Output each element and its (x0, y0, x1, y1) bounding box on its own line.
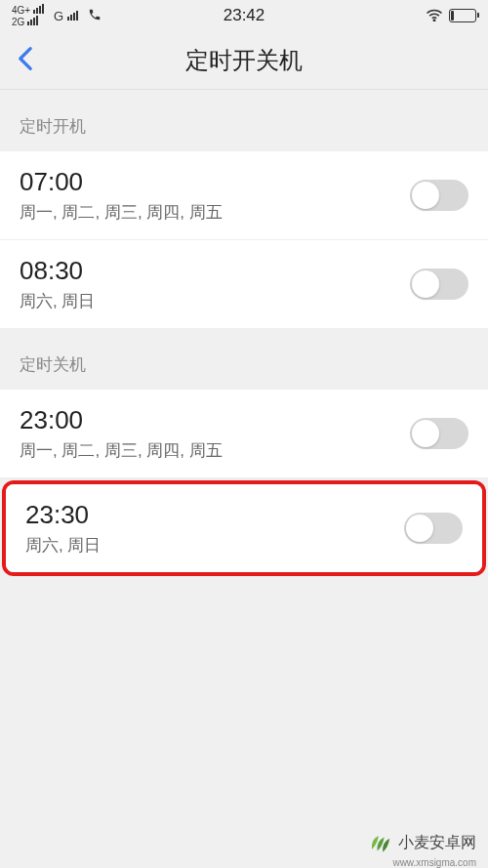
status-bar: 4G+ 2G G 23:42 (0, 0, 488, 31)
status-left: 4G+ 2G G (12, 4, 102, 27)
schedule-time: 07:00 (20, 167, 223, 197)
schedule-days: 周六, 周日 (20, 290, 95, 312)
schedule-row-poweroff-1[interactable]: 23:30 周六, 周日 (6, 484, 482, 572)
toggle-switch[interactable] (410, 418, 468, 449)
phone-icon (88, 8, 102, 24)
toggle-switch[interactable] (404, 513, 463, 544)
toggle-switch[interactable] (410, 180, 468, 211)
schedule-days: 周一, 周二, 周三, 周四, 周五 (20, 439, 223, 462)
section-header-poweroff: 定时关机 (0, 328, 488, 390)
section-header-poweron: 定时开机 (0, 90, 488, 151)
schedule-row-poweron-0[interactable]: 07:00 周一, 周二, 周三, 周四, 周五 (0, 151, 488, 240)
signal-bars-icon (27, 16, 38, 25)
schedule-time: 23:00 (20, 405, 223, 435)
signal-bars-icon (33, 4, 44, 14)
watermark-url: www.xmsigma.com (392, 857, 476, 868)
schedule-days: 周六, 周日 (25, 534, 101, 557)
signal-2g-label: 2G (12, 17, 24, 27)
highlight-annotation: 23:30 周六, 周日 (2, 480, 486, 576)
signal-bars-icon (67, 11, 78, 21)
battery-icon (449, 9, 476, 22)
signal-g-label: G (54, 9, 63, 23)
back-button[interactable] (0, 46, 51, 75)
header: 定时开关机 (0, 31, 488, 90)
schedule-row-poweron-1[interactable]: 08:30 周六, 周日 (0, 240, 488, 328)
page-title: 定时开关机 (185, 45, 303, 76)
leaf-icon (365, 829, 392, 856)
schedule-days: 周一, 周二, 周三, 周四, 周五 (20, 201, 223, 224)
status-time: 23:42 (224, 6, 265, 25)
toggle-switch[interactable] (410, 269, 468, 300)
wifi-icon (426, 8, 443, 24)
schedule-time: 23:30 (25, 500, 101, 530)
watermark-text: 小麦安卓网 (398, 833, 476, 853)
schedule-row-poweroff-0[interactable]: 23:00 周一, 周二, 周三, 周四, 周五 (0, 390, 488, 478)
schedule-time: 08:30 (20, 256, 95, 286)
watermark: 小麦安卓网 (365, 829, 476, 856)
signal-4g-label: 4G+ (12, 5, 30, 16)
svg-point-0 (433, 19, 435, 21)
status-right (426, 8, 476, 24)
